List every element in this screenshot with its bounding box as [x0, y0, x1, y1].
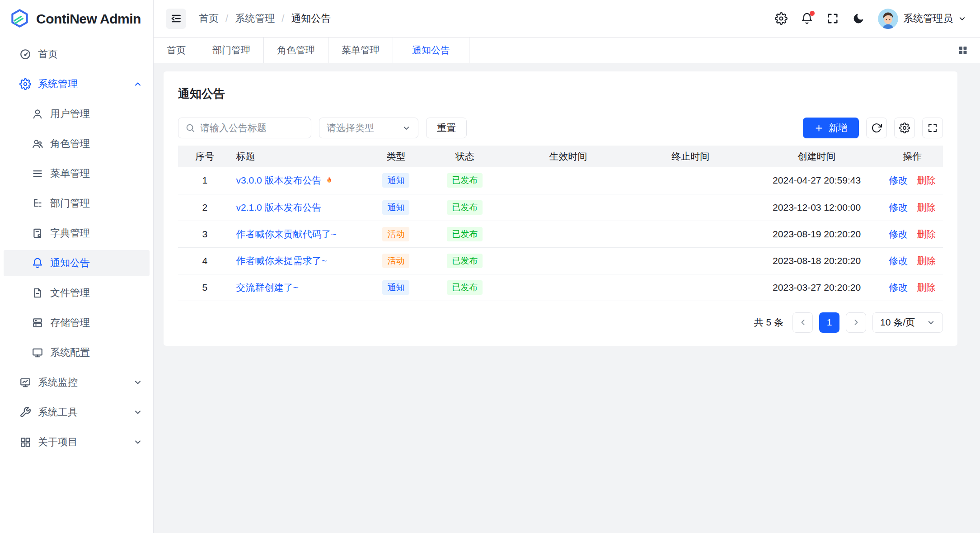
- tab-roles[interactable]: 角色管理: [264, 38, 328, 63]
- reset-button[interactable]: 重置: [426, 118, 467, 138]
- sidebar-item-departments[interactable]: 部门管理: [4, 190, 150, 217]
- end-time: [629, 167, 752, 194]
- sidebar-item-tools[interactable]: 系统工具: [4, 399, 150, 425]
- delete-link[interactable]: 删除: [917, 282, 936, 292]
- tab-actions-button[interactable]: [957, 38, 980, 63]
- table-header-row: 序号 标题 类型 状态 生效时间 终止时间 创建时间 操作: [178, 146, 943, 167]
- edit-link[interactable]: 修改: [889, 255, 908, 266]
- sidebar-item-label: 通知公告: [50, 256, 90, 270]
- tab-home[interactable]: 首页: [154, 38, 199, 63]
- col-actions: 操作: [882, 146, 943, 167]
- user-menu[interactable]: 系统管理员: [878, 9, 966, 29]
- fire-icon: [324, 176, 334, 185]
- search-icon: [185, 123, 195, 133]
- chevron-left-icon: [798, 318, 807, 327]
- created-time: 2024-04-27 20:59:43: [752, 167, 882, 194]
- fullscreen-button[interactable]: [826, 12, 839, 25]
- chevron-down-icon: [402, 124, 411, 132]
- page-1-button[interactable]: 1: [819, 312, 839, 333]
- delete-link[interactable]: 删除: [917, 229, 936, 239]
- notifications-button[interactable]: [801, 12, 813, 25]
- announcement-title-link[interactable]: 作者喊你来贡献代码了~: [236, 229, 337, 239]
- sidebar-item-config[interactable]: 系统配置: [4, 340, 150, 366]
- sidebar-item-home[interactable]: 首页: [4, 41, 150, 67]
- sidebar-item-label: 系统监控: [38, 376, 78, 389]
- filter-toolbar: 请选择类型 重置 新增: [178, 118, 943, 138]
- row-no: 2: [178, 194, 232, 221]
- edit-link[interactable]: 修改: [889, 202, 908, 212]
- sidebar-item-dictionary[interactable]: 字典管理: [4, 220, 150, 246]
- sidebar-item-monitor[interactable]: 系统监控: [4, 369, 150, 396]
- col-status: 状态: [423, 146, 507, 167]
- breadcrumb-item[interactable]: 系统管理: [235, 12, 275, 25]
- header-actions: 系统管理员: [775, 9, 966, 29]
- end-time: [629, 247, 752, 274]
- sidebar-item-about[interactable]: 关于项目: [4, 429, 150, 455]
- wrench-icon: [19, 406, 31, 418]
- next-page-button[interactable]: [846, 312, 866, 333]
- tab-menus[interactable]: 菜单管理: [328, 38, 393, 63]
- type-select[interactable]: 请选择类型: [319, 118, 418, 138]
- announcement-title-link[interactable]: 交流群创建了~: [236, 282, 299, 292]
- sidebar-item-users[interactable]: 用户管理: [4, 101, 150, 127]
- sidebar-item-label: 文件管理: [50, 286, 90, 300]
- type-tag: 通知: [382, 173, 409, 188]
- column-settings-button[interactable]: [894, 118, 915, 138]
- col-no: 序号: [178, 146, 232, 167]
- dark-mode-toggle[interactable]: [852, 12, 865, 25]
- table-actions: 新增: [803, 118, 943, 138]
- sidebar-item-system[interactable]: 系统管理: [4, 71, 150, 97]
- announcement-title-link[interactable]: v3.0.0 版本发布公告: [236, 174, 322, 187]
- collapse-sidebar-button[interactable]: [166, 9, 186, 29]
- edit-link[interactable]: 修改: [889, 229, 908, 239]
- edit-link[interactable]: 修改: [889, 175, 908, 185]
- announcement-title-link[interactable]: v2.1.0 版本发布公告: [236, 202, 322, 212]
- col-created-time: 创建时间: [752, 146, 882, 167]
- monitor-icon: [32, 347, 43, 358]
- total-count: 共 5 条: [754, 316, 783, 329]
- logo[interactable]: ContiNew Admin: [0, 0, 153, 38]
- tab-departments[interactable]: 部门管理: [199, 38, 264, 63]
- announcements-table: 序号 标题 类型 状态 生效时间 终止时间 创建时间 操作 1: [178, 146, 943, 301]
- prev-page-button[interactable]: [792, 312, 813, 333]
- settings-button[interactable]: [775, 12, 788, 25]
- breadcrumb-item[interactable]: 首页: [199, 12, 219, 25]
- sidebar-item-label: 角色管理: [50, 137, 90, 151]
- breadcrumb: 首页 / 系统管理 / 通知公告: [199, 12, 331, 25]
- table-row: 1 v3.0.0 版本发布公告 通知 已发布 2024-04-27 20:59:…: [178, 167, 943, 194]
- announcement-card: 通知公告 请选择类型 重置: [164, 71, 957, 346]
- sidebar-item-files[interactable]: 文件管理: [4, 280, 150, 306]
- file-icon: [32, 287, 43, 299]
- delete-link[interactable]: 删除: [917, 175, 936, 185]
- sidebar-item-menus[interactable]: 菜单管理: [4, 160, 150, 187]
- announcement-title-link[interactable]: 作者喊你来提需求了~: [236, 255, 327, 266]
- tree-list-icon: [32, 198, 43, 209]
- sidebar-item-label: 用户管理: [50, 107, 90, 121]
- sidebar-item-storage[interactable]: 存储管理: [4, 310, 150, 336]
- page-size-select[interactable]: 10 条/页: [872, 312, 943, 333]
- page-size-value: 10 条/页: [880, 316, 915, 329]
- row-no: 4: [178, 247, 232, 274]
- title-search-field[interactable]: [178, 118, 311, 138]
- username: 系统管理员: [903, 12, 953, 25]
- delete-link[interactable]: 删除: [917, 255, 936, 266]
- page-title: 通知公告: [178, 86, 943, 101]
- dictionary-icon: [32, 227, 43, 239]
- search-input[interactable]: [200, 123, 304, 133]
- add-button[interactable]: 新增: [803, 118, 859, 138]
- notification-badge-dot: [810, 11, 815, 16]
- gear-icon: [775, 12, 788, 25]
- edit-link[interactable]: 修改: [889, 282, 908, 292]
- delete-link[interactable]: 删除: [917, 202, 936, 212]
- fullscreen-icon: [826, 12, 839, 25]
- sidebar-item-announcements[interactable]: 通知公告: [4, 250, 150, 276]
- table-fullscreen-button[interactable]: [922, 118, 943, 138]
- sidebar-item-label: 系统配置: [50, 346, 90, 359]
- sidebar-item-roles[interactable]: 角色管理: [4, 131, 150, 157]
- refresh-button[interactable]: [866, 118, 887, 138]
- gear-icon: [899, 123, 910, 133]
- effective-time: [507, 194, 629, 221]
- tab-announcements[interactable]: 通知公告: [393, 38, 469, 63]
- effective-time: [507, 274, 629, 301]
- chevron-down-icon: [133, 438, 142, 447]
